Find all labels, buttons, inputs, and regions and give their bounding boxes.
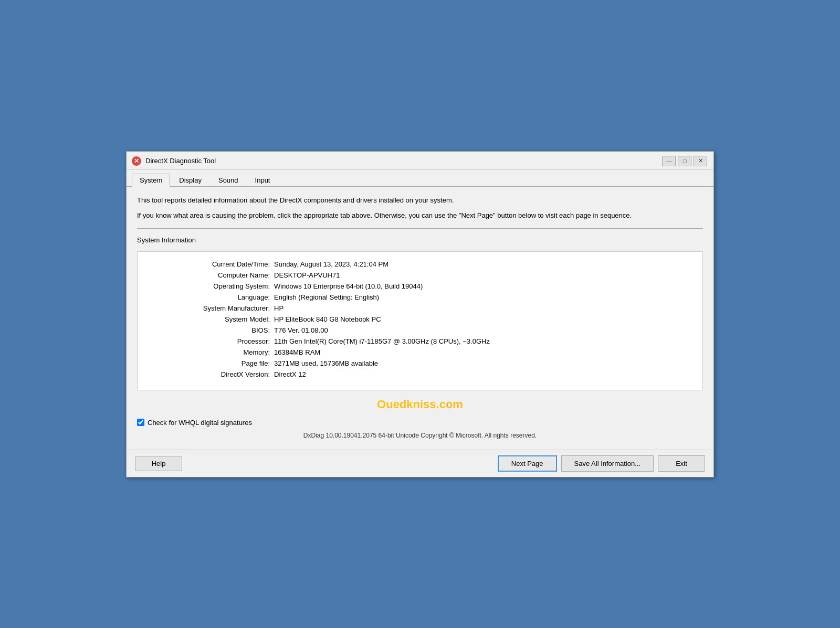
tabs-bar: System Display Sound Input bbox=[127, 170, 713, 187]
footer-text: DxDiag 10.00.19041.2075 64-bit Unicode C… bbox=[137, 432, 703, 439]
info-label: Current Date/Time: bbox=[148, 260, 274, 268]
table-row: Language:English (Regional Setting: Engl… bbox=[148, 293, 692, 301]
tab-sound[interactable]: Sound bbox=[211, 174, 246, 187]
section-title: System Information bbox=[137, 236, 703, 244]
watermark: Ouedkniss.com bbox=[137, 398, 703, 411]
info-value: Sunday, August 13, 2023, 4:21:04 PM bbox=[274, 260, 692, 268]
help-button[interactable]: Help bbox=[135, 456, 182, 471]
info-value: HP EliteBook 840 G8 Notebook PC bbox=[274, 315, 692, 323]
info-value: DirectX 12 bbox=[274, 370, 692, 378]
info-value: English (Regional Setting: English) bbox=[274, 293, 692, 301]
main-window: ✕ DirectX Diagnostic Tool — □ ✕ System D… bbox=[126, 151, 714, 477]
tab-display[interactable]: Display bbox=[171, 174, 209, 187]
info-value: 16384MB RAM bbox=[274, 348, 692, 356]
window-title: DirectX Diagnostic Tool bbox=[145, 157, 216, 165]
right-buttons: Next Page Save All Information... Exit bbox=[498, 455, 705, 472]
info-value: T76 Ver. 01.08.00 bbox=[274, 326, 692, 334]
info-value: Windows 10 Enterprise 64-bit (10.0, Buil… bbox=[274, 282, 692, 290]
whql-checkbox-row: Check for WHQL digital signatures bbox=[137, 419, 703, 427]
info-label: System Model: bbox=[148, 315, 274, 323]
exit-button[interactable]: Exit bbox=[658, 455, 705, 472]
info-label: System Manufacturer: bbox=[148, 304, 274, 312]
info-label: BIOS: bbox=[148, 326, 274, 334]
description-1: This tool reports detailed information a… bbox=[137, 195, 703, 206]
table-row: Current Date/Time:Sunday, August 13, 202… bbox=[148, 260, 692, 268]
table-row: BIOS:T76 Ver. 01.08.00 bbox=[148, 326, 692, 334]
table-row: Processor:11th Gen Intel(R) Core(TM) i7-… bbox=[148, 337, 692, 345]
system-info-group: Current Date/Time:Sunday, August 13, 202… bbox=[137, 251, 703, 390]
table-row: System Manufacturer:HP bbox=[148, 304, 692, 312]
table-row: Computer Name:DESKTOP-APVUH71 bbox=[148, 271, 692, 279]
whql-checkbox[interactable] bbox=[137, 419, 144, 426]
close-button[interactable]: ✕ bbox=[694, 156, 707, 166]
save-all-button[interactable]: Save All Information... bbox=[561, 455, 654, 472]
title-bar-left: ✕ DirectX Diagnostic Tool bbox=[132, 156, 216, 166]
minimize-button[interactable]: — bbox=[662, 156, 676, 166]
info-value: HP bbox=[274, 304, 692, 312]
table-row: Page file:3271MB used, 15736MB available bbox=[148, 359, 692, 367]
info-label: Memory: bbox=[148, 348, 274, 356]
button-bar: Help Next Page Save All Information... E… bbox=[127, 450, 713, 477]
info-label: Page file: bbox=[148, 359, 274, 367]
info-label: Processor: bbox=[148, 337, 274, 345]
info-label: Operating System: bbox=[148, 282, 274, 290]
maximize-button[interactable]: □ bbox=[678, 156, 691, 166]
info-label: Language: bbox=[148, 293, 274, 301]
table-row: DirectX Version:DirectX 12 bbox=[148, 370, 692, 378]
next-page-button[interactable]: Next Page bbox=[498, 455, 557, 472]
info-value: 3271MB used, 15736MB available bbox=[274, 359, 692, 367]
table-row: Operating System:Windows 10 Enterprise 6… bbox=[148, 282, 692, 290]
table-row: Memory:16384MB RAM bbox=[148, 348, 692, 356]
separator-1 bbox=[137, 228, 703, 229]
tab-system[interactable]: System bbox=[132, 174, 170, 187]
info-label: DirectX Version: bbox=[148, 370, 274, 378]
whql-label[interactable]: Check for WHQL digital signatures bbox=[148, 419, 252, 427]
tab-input[interactable]: Input bbox=[247, 174, 278, 187]
description-2: If you know what area is causing the pro… bbox=[137, 210, 703, 221]
title-bar: ✕ DirectX Diagnostic Tool — □ ✕ bbox=[127, 152, 713, 170]
info-value: DESKTOP-APVUH71 bbox=[274, 271, 692, 279]
table-row: System Model:HP EliteBook 840 G8 Noteboo… bbox=[148, 315, 692, 323]
content-area: This tool reports detailed information a… bbox=[127, 187, 713, 450]
info-value: 11th Gen Intel(R) Core(TM) i7-1185G7 @ 3… bbox=[274, 337, 692, 345]
app-icon: ✕ bbox=[132, 156, 141, 166]
window-controls: — □ ✕ bbox=[662, 156, 707, 166]
info-label: Computer Name: bbox=[148, 271, 274, 279]
